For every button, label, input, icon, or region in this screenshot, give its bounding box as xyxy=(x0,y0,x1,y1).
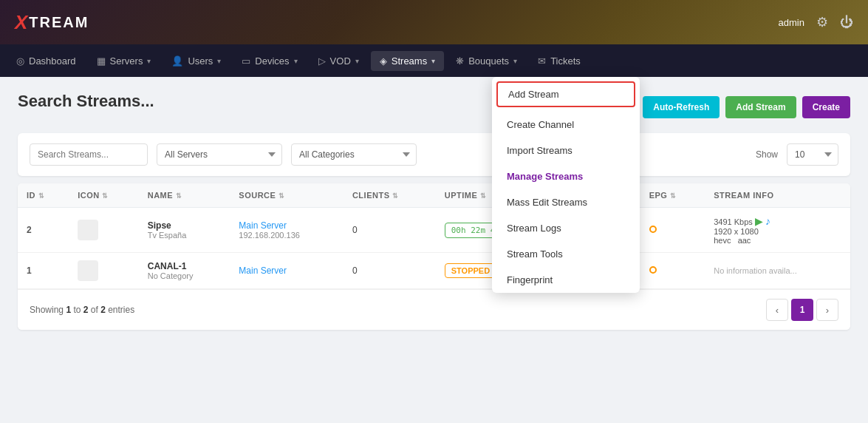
sort-icon: ⇅ xyxy=(38,192,45,200)
cell-id: 2 xyxy=(18,208,69,253)
col-id: ID ⇅ xyxy=(18,183,69,208)
stream-codec: hevc aac xyxy=(714,236,841,245)
nav-item-vod[interactable]: ▷ VOD ▾ xyxy=(310,51,368,71)
cell-stream-info: No information availa... xyxy=(705,253,850,289)
video-codec-icon: ▶ xyxy=(755,215,763,227)
source-name: Main Server xyxy=(239,220,335,231)
devices-icon: ▭ xyxy=(242,55,250,67)
dropdown-stream-tools[interactable]: Stream Tools xyxy=(492,241,640,267)
nav-label-devices: Devices xyxy=(255,55,289,67)
chevron-down-icon: ▾ xyxy=(431,57,435,65)
stopped-badge: STOPPED xyxy=(445,263,496,278)
categories-filter[interactable]: All Categories xyxy=(291,143,417,166)
main-nav: ◎ Dashboard ▦ Servers ▾ 👤 Users ▾ ▭ Devi… xyxy=(0,44,868,77)
dropdown-import-streams[interactable]: Import Streams xyxy=(492,138,640,163)
epg-status-dot xyxy=(649,266,657,274)
dropdown-fingerprint[interactable]: Fingerprint xyxy=(492,267,640,293)
stream-name: Sipse xyxy=(148,220,222,231)
streams-dropdown-menu: Add Stream Create Channel Import Streams… xyxy=(492,77,640,293)
dropdown-manage-streams[interactable]: Manage Streams xyxy=(492,163,640,189)
dropdown-mass-edit[interactable]: Mass Edit Streams xyxy=(492,189,640,215)
vod-icon: ▷ xyxy=(318,55,326,67)
sort-icon: ⇅ xyxy=(102,192,109,200)
toolbar: 🔍 Auto-Refresh Add Stream Create xyxy=(610,94,850,121)
stream-name: CANAL-1 xyxy=(148,261,222,271)
pagination-bar: Showing 1 to 2 of 2 entries ‹ 1 › xyxy=(18,289,850,330)
stream-bitrate: 3491 Kbps ▶ ♪ xyxy=(714,215,841,227)
create-button[interactable]: Create xyxy=(802,96,850,118)
cell-clients: 0 xyxy=(344,208,436,253)
pagination-info: Showing 1 to 2 of 2 entries xyxy=(30,305,134,315)
nav-item-dashboard[interactable]: ◎ Dashboard xyxy=(7,51,85,71)
search-input[interactable] xyxy=(30,143,148,166)
dropdown-add-stream[interactable]: Add Stream xyxy=(496,81,635,107)
sort-icon: ⇅ xyxy=(278,192,285,200)
sort-icon: ⇅ xyxy=(670,192,677,200)
servers-icon: ▦ xyxy=(97,55,106,67)
power-icon[interactable]: ⏻ xyxy=(840,15,853,30)
logo: X TREAM xyxy=(15,11,89,34)
nav-item-bouquets[interactable]: ❋ Bouquets ▾ xyxy=(447,51,526,71)
nav-item-streams[interactable]: ◈ Streams ▾ xyxy=(371,51,444,71)
table-row: 2 Sipse Tv España Main Server 192.168.20… xyxy=(18,208,850,253)
nav-label-bouquets: Bouquets xyxy=(468,55,509,67)
stream-no-info: No information availa... xyxy=(714,266,841,275)
pag-to: 2 xyxy=(83,305,89,315)
chevron-down-icon: ▾ xyxy=(294,57,298,65)
users-icon: 👤 xyxy=(171,55,183,67)
cell-epg xyxy=(640,208,705,253)
source-ip: 192.168.200.136 xyxy=(239,231,335,240)
cell-icon xyxy=(69,208,138,253)
col-name: NAME ⇅ xyxy=(139,183,230,208)
nav-label-streams: Streams xyxy=(392,55,427,67)
prev-page-button[interactable]: ‹ xyxy=(766,299,788,321)
streams-table: ID ⇅ ICON ⇅ NAME ⇅ SOURCE ⇅ CLIENTS ⇅ UP… xyxy=(18,183,850,330)
col-epg: EPG ⇅ xyxy=(640,183,705,208)
page-title: Search Streams... xyxy=(18,92,154,111)
audio-codec-icon: ♪ xyxy=(765,215,770,227)
settings-icon[interactable]: ⚙ xyxy=(816,14,828,30)
add-stream-button[interactable]: Add Stream xyxy=(725,96,796,118)
nav-item-tickets[interactable]: ✉ Tickets xyxy=(529,51,590,71)
pag-total: 2 xyxy=(100,305,106,315)
show-count-select[interactable]: 10 25 50 xyxy=(787,143,838,166)
streams-icon: ◈ xyxy=(380,55,387,67)
nav-label-dashboard: Dashboard xyxy=(29,55,76,67)
cell-source: Main Server xyxy=(230,253,344,289)
dropdown-create-channel[interactable]: Create Channel xyxy=(492,112,640,138)
nav-label-servers: Servers xyxy=(110,55,143,67)
table-row: 1 CANAL-1 No Category Main Server 0 STOP… xyxy=(18,253,850,289)
epg-status-dot xyxy=(649,226,657,233)
topbar: X TREAM admin ⚙ ⏻ xyxy=(0,0,868,44)
col-stream-info: STREAM INFO xyxy=(705,183,850,208)
cell-name: Sipse Tv España xyxy=(139,208,230,253)
page-1-button[interactable]: 1 xyxy=(791,299,813,321)
pag-from: 1 xyxy=(66,305,71,315)
cell-name: CANAL-1 No Category xyxy=(139,253,230,289)
cell-icon xyxy=(69,253,138,289)
bouquets-icon: ❋ xyxy=(456,55,464,67)
logo-x: X xyxy=(15,11,27,34)
col-icon: ICON ⇅ xyxy=(69,183,138,208)
cell-epg xyxy=(640,253,705,289)
col-source: SOURCE ⇅ xyxy=(230,183,344,208)
stream-category: No Category xyxy=(148,271,222,280)
servers-filter[interactable]: All Servers xyxy=(157,143,282,166)
nav-item-servers[interactable]: ▦ Servers ▾ xyxy=(88,51,160,71)
chevron-down-icon: ▾ xyxy=(217,57,221,65)
dropdown-stream-logs[interactable]: Stream Logs xyxy=(492,215,640,241)
sort-icon: ⇅ xyxy=(480,192,487,200)
next-page-button[interactable]: › xyxy=(816,299,838,321)
logo-text: TREAM xyxy=(29,14,89,31)
nav-item-devices[interactable]: ▭ Devices ▾ xyxy=(233,51,306,71)
filter-bar: All Servers All Categories Show 10 25 50 xyxy=(18,133,850,176)
dashboard-icon: ◎ xyxy=(16,55,24,67)
cell-clients: 0 xyxy=(344,253,436,289)
auto-refresh-button[interactable]: Auto-Refresh xyxy=(643,96,720,118)
source-name: Main Server xyxy=(239,265,335,276)
cell-id: 1 xyxy=(18,253,69,289)
cell-source: Main Server 192.168.200.136 xyxy=(230,208,344,253)
admin-username: admin xyxy=(779,17,804,28)
topbar-right: admin ⚙ ⏻ xyxy=(779,14,853,30)
nav-item-users[interactable]: 👤 Users ▾ xyxy=(163,51,230,71)
